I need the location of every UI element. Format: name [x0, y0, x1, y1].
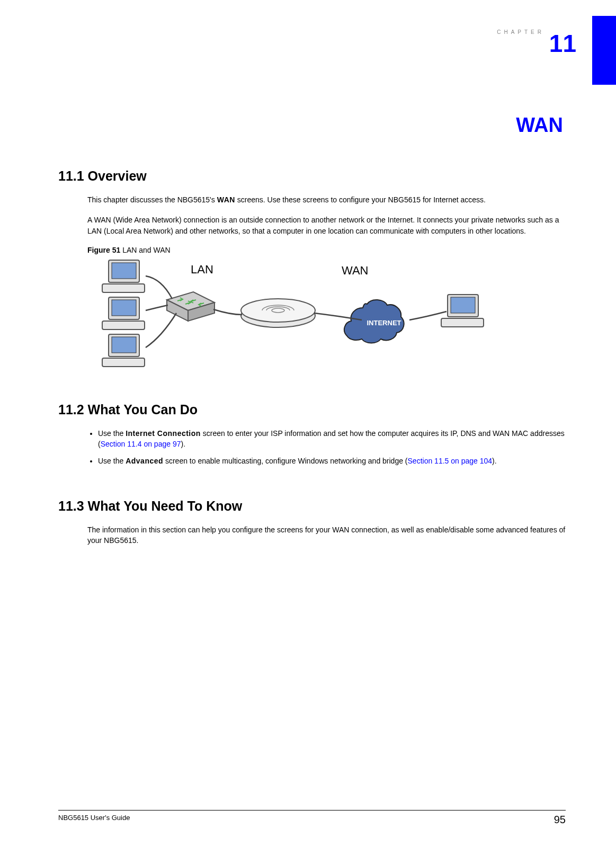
figure-title: LAN and WAN: [120, 246, 170, 254]
cable: [409, 311, 447, 320]
svg-rect-4: [112, 300, 136, 316]
wan-label: WAN: [342, 264, 369, 277]
list-item: Use the Internet Connection screen to en…: [98, 428, 566, 450]
cable: [146, 276, 172, 299]
section-heading-what-you-can-do: 11.2 What You Can Do: [58, 402, 566, 417]
need-to-know-paragraph: The information in this section can help…: [87, 524, 566, 546]
cable: [213, 309, 242, 315]
svg-rect-14: [441, 318, 484, 327]
svg-rect-8: [102, 358, 145, 367]
figure-caption: Figure 51 LAN and WAN: [87, 246, 566, 254]
internet-cloud-icon: INTERNET: [344, 300, 404, 343]
svg-rect-13: [451, 297, 475, 313]
svg-point-10: [241, 299, 315, 322]
cross-ref-link[interactable]: Section 11.4 on page 97: [101, 440, 181, 448]
pc-icon: [441, 295, 484, 327]
side-tab: [592, 16, 616, 85]
text-fragment: ).: [492, 457, 497, 465]
list-item: Use the Advanced screen to enable multic…: [98, 456, 566, 466]
cable: [146, 305, 168, 310]
text-fragment: Use the: [98, 457, 126, 465]
section-heading-overview: 11.1 Overview: [58, 168, 566, 184]
overview-paragraph-1: This chapter discusses the NBG5615's WAN…: [87, 194, 566, 205]
text-bold: Advanced: [126, 457, 163, 465]
chapter-title: WAN: [58, 114, 566, 137]
text-fragment: Use the: [98, 429, 126, 438]
pc-icon: [102, 334, 145, 367]
text-fragment: This chapter discusses the NBG5615's: [87, 195, 217, 204]
cross-ref-link[interactable]: Section 11.5 on page 104: [408, 457, 493, 465]
pc-icon: [102, 297, 145, 330]
lan-label: LAN: [191, 263, 213, 276]
chapter-number: 11: [549, 29, 576, 58]
section-heading-what-you-need: 11.3 What You Need To Know: [58, 498, 566, 514]
footer-guide-name: NBG5615 User's Guide: [58, 814, 130, 826]
pc-icon: [102, 260, 145, 292]
bullet-list: Use the Internet Connection screen to en…: [87, 428, 566, 467]
figure-label: Figure 51: [87, 246, 120, 254]
router-icon: [241, 299, 315, 327]
overview-paragraph-2: A WAN (Wide Area Network) connection is …: [87, 215, 566, 236]
svg-rect-5: [102, 321, 145, 330]
svg-rect-1: [112, 263, 136, 279]
svg-rect-2: [102, 284, 145, 292]
internet-label: INTERNET: [367, 319, 401, 327]
chapter-label: CHAPTER: [497, 29, 544, 35]
text-bold: Internet Connection: [126, 429, 201, 438]
figure-lan-wan-diagram: INTERNET LAN WAN: [98, 257, 566, 370]
text-fragment: ).: [181, 440, 185, 448]
text-fragment: screens. Use these screens to configure …: [235, 195, 486, 204]
text-bold-wan: WAN: [217, 195, 235, 204]
footer-page-number: 95: [554, 814, 566, 826]
svg-rect-7: [112, 337, 136, 353]
cable: [146, 313, 176, 348]
page-footer: NBG5615 User's Guide 95: [58, 810, 566, 826]
text-fragment: screen to enable multicasting, configure…: [163, 457, 407, 465]
